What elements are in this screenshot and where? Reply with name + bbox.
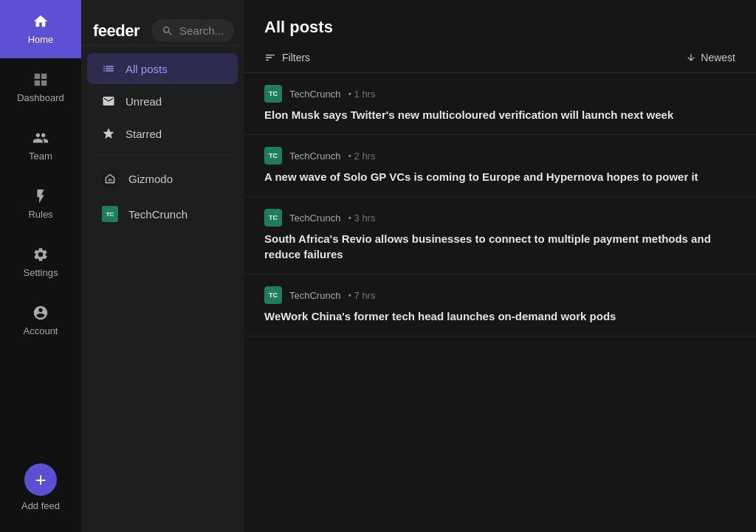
star-icon [102, 127, 115, 140]
feed-item-header: TC TechCrunch • 1 hrs [264, 85, 735, 103]
sidebar-item-dashboard[interactable]: Dashboard [0, 58, 81, 117]
feed-title: South Africa's Revio allows businesses t… [264, 231, 735, 262]
feed-item[interactable]: TC TechCrunch • 2 hrs A new wave of Solo… [244, 135, 756, 197]
techcrunch-icon: TC [102, 206, 118, 222]
feed-source-techcrunch[interactable]: TC TechCrunch [87, 197, 238, 231]
search-icon [162, 25, 173, 37]
feeds-sidebar: feeder Search... All posts Unread [81, 0, 244, 532]
nav-label-unread: Unread [126, 95, 162, 108]
search-placeholder: Search... [179, 24, 224, 37]
dashboard-icon [32, 72, 49, 88]
sidebar-label-settings: Settings [24, 267, 58, 278]
sidebar-label-team: Team [29, 151, 52, 162]
feed-item[interactable]: TC TechCrunch • 1 hrs Elon Musk says Twi… [244, 73, 756, 135]
main-header: All posts [244, 0, 756, 49]
feed-item[interactable]: TC TechCrunch • 7 hrs WeWork China's for… [244, 274, 756, 336]
feed-item[interactable]: TC TechCrunch • 3 hrs South Africa's Rev… [244, 197, 756, 274]
feed-time: • 1 hrs [348, 89, 375, 100]
sidebar-label-rules: Rules [28, 209, 52, 220]
sidebar-item-account[interactable]: Account [0, 291, 81, 350]
feed-time: • 7 hrs [348, 290, 375, 301]
sidebar-item-team[interactable]: Team [0, 117, 81, 175]
brand-name: feeder [93, 21, 140, 41]
nav-label-starred: Starred [126, 128, 162, 140]
feed-logo: TC [264, 85, 282, 103]
sort-icon [686, 52, 696, 63]
feed-title: WeWork China's former tech head launches… [264, 308, 735, 324]
narrow-sidebar: Home Dashboard Team Rules Settings Accou… [0, 0, 81, 532]
nav-item-unread[interactable]: Unread [87, 86, 238, 117]
sort-button[interactable]: Newest [686, 52, 735, 63]
feed-source: TechCrunch [289, 213, 340, 224]
feed-logo: TC [264, 286, 282, 304]
feed-title: Elon Musk says Twitter's new multicolour… [264, 107, 735, 122]
sidebar-item-settings[interactable]: Settings [0, 233, 81, 291]
feed-item-header: TC TechCrunch • 7 hrs [264, 286, 735, 304]
rules-icon [32, 188, 49, 204]
filters-bar: Filters Newest [244, 49, 756, 73]
feeds-divider [93, 155, 232, 156]
filters-button[interactable]: Filters [264, 52, 310, 63]
main-content: All posts Filters Newest TC TechCrunch •… [244, 0, 756, 532]
sidebar-label-home: Home [28, 34, 54, 45]
filter-icon [264, 52, 276, 63]
nav-item-starred[interactable]: Starred [87, 118, 238, 149]
account-icon [32, 305, 49, 321]
gizmodo-icon [102, 170, 118, 187]
sidebar-label-dashboard: Dashboard [17, 92, 64, 103]
add-feed-button[interactable]: + Add feed [0, 457, 81, 517]
feeds-header: feeder Search... [81, 9, 244, 46]
all-posts-icon [102, 62, 115, 75]
home-icon [32, 13, 49, 30]
feed-time: • 2 hrs [348, 151, 375, 162]
feed-time: • 3 hrs [348, 213, 375, 224]
gear-icon [32, 246, 49, 263]
unread-icon [102, 94, 115, 108]
feed-logo: TC [264, 209, 282, 227]
filters-label: Filters [282, 52, 310, 63]
feed-logo: TC [264, 147, 282, 165]
search-bar[interactable]: Search... [151, 19, 234, 42]
feed-source: TechCrunch [289, 89, 340, 100]
feed-title: A new wave of Solo GP VCs is coming to E… [264, 169, 735, 184]
sidebar-label-account: Account [24, 325, 58, 336]
feed-item-header: TC TechCrunch • 2 hrs [264, 147, 735, 165]
svg-marker-0 [108, 179, 112, 181]
sidebar-item-rules[interactable]: Rules [0, 175, 81, 233]
feed-source: TechCrunch [289, 290, 340, 301]
add-circle-icon: + [24, 463, 57, 496]
page-title: All posts [264, 18, 333, 37]
feed-source-gizmodo[interactable]: Gizmodo [87, 162, 238, 196]
nav-item-all-posts[interactable]: All posts [87, 53, 238, 84]
feed-label-techcrunch: TechCrunch [128, 208, 188, 221]
add-feed-label: Add feed [21, 500, 60, 511]
feed-item-header: TC TechCrunch • 3 hrs [264, 209, 735, 227]
sidebar-item-home[interactable]: Home [0, 0, 81, 58]
feed-label-gizmodo: Gizmodo [128, 173, 173, 185]
feed-items-list: TC TechCrunch • 1 hrs Elon Musk says Twi… [244, 73, 756, 532]
feed-source: TechCrunch [289, 151, 340, 162]
nav-label-all-posts: All posts [126, 63, 168, 75]
team-icon [32, 130, 49, 146]
sort-label: Newest [701, 52, 735, 63]
